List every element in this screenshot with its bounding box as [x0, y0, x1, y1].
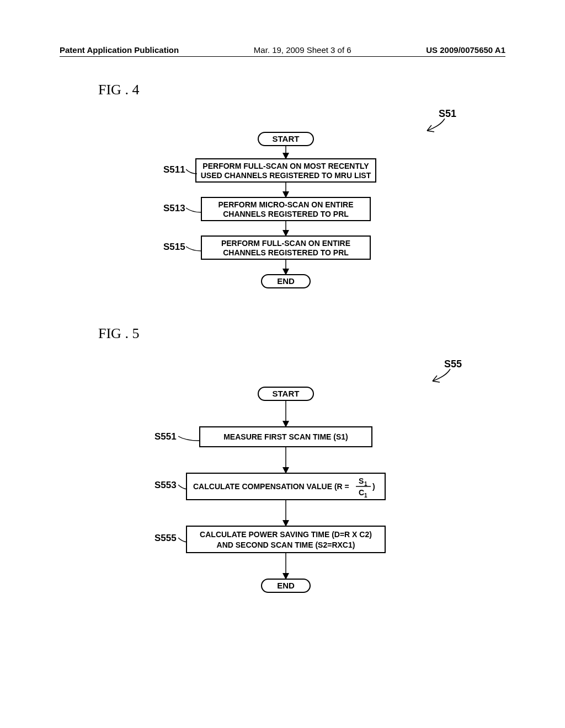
figure-5-ref-arc-icon	[427, 369, 455, 386]
fig4-s513-connector	[186, 206, 202, 214]
figure-5-flowchart: START MEASURE FIRST SCAN TIME (S1) CALCU…	[166, 386, 430, 623]
figure-5-label: FIG . 5	[98, 325, 139, 342]
fig5-s553-suffix: )	[372, 482, 375, 491]
figure-4-ref: S51	[439, 108, 456, 120]
fig4-s511-l2: USED CHANNELS REGISTERED TO MRU LIST	[201, 171, 371, 180]
fig4-s513-l2: CHANNELS REGISTERED TO PRL	[223, 210, 349, 218]
fig5-step-s553-tag: S553	[154, 480, 177, 491]
fig4-step-s511-tag: S511	[163, 164, 185, 175]
fig4-start: START	[273, 134, 300, 143]
fig5-s551: MEASURE FIRST SCAN TIME (S1)	[223, 432, 348, 441]
fig5-start: START	[273, 389, 300, 398]
fig5-s553-num: S	[359, 477, 364, 485]
figure-4-flowchart: START PERFORM FULL-SCAN ON MOST RECENTLY…	[166, 131, 430, 308]
fig5-s551-connector	[178, 435, 200, 442]
fig5-step-s551-tag: S551	[154, 431, 177, 442]
fig4-step-s515-tag: S515	[163, 242, 185, 253]
fig5-s555-connector	[178, 536, 188, 544]
fig4-s513-l1: PERFORM MICRO-SCAN ON ENTIRE	[218, 200, 354, 209]
fig5-s555-l2: AND SECOND SCAN TIME (S2=RXC1)	[217, 540, 355, 549]
figure-5-ref: S55	[444, 358, 462, 370]
fig4-step-s513-tag: S513	[163, 203, 185, 214]
fig5-step-s555-tag: S555	[154, 533, 177, 544]
fig4-s511-l1: PERFORM FULL-SCAN ON MOST RECENTLY	[202, 162, 369, 170]
page-header: Patent Application Publication Mar. 19, …	[60, 45, 505, 57]
fig5-s553-prefix: CALCULATE COMPENSATION VALUE (R =	[193, 482, 349, 491]
fig4-s511-connector	[186, 168, 198, 175]
header-right: US 2009/0075650 A1	[426, 45, 505, 55]
fig5-end: END	[277, 581, 295, 590]
fig5-s553-den: C	[359, 488, 364, 497]
fig4-s515-l2: CHANNELS REGISTERED TO PRL	[223, 248, 349, 257]
fig5-s553-connector	[178, 483, 188, 491]
fig4-s515-connector	[186, 245, 202, 253]
fig5-s555-l1: CALCULATE POWER SAVING TIME (D=R X C2)	[200, 530, 372, 539]
header-left: Patent Application Publication	[60, 45, 179, 55]
fig4-s515-l1: PERFORM FULL-SCAN ON ENTIRE	[221, 239, 350, 248]
fig5-s553-densub: 1	[364, 493, 367, 499]
header-mid: Mar. 19, 2009 Sheet 3 of 6	[254, 45, 351, 55]
figure-4-label: FIG . 4	[98, 82, 139, 98]
fig4-end: END	[277, 276, 295, 286]
